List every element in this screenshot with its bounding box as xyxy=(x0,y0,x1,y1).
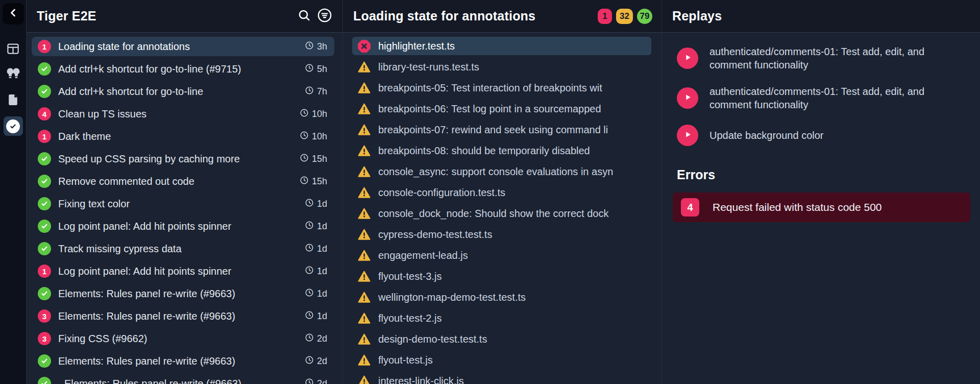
test-run-row[interactable]: 3Elements: Rules panel re-write (#9663)1… xyxy=(32,306,334,326)
pass-icon xyxy=(38,377,51,384)
clock-icon xyxy=(305,221,314,232)
test-run-row[interactable]: Elements: Rules panel re-write (#9663)2d xyxy=(32,351,334,371)
replay-item[interactable]: authenticated/comments-01: Test add, edi… xyxy=(677,85,968,111)
clock-icon xyxy=(305,378,314,384)
file-label: library-test-runs.test.ts xyxy=(378,61,646,73)
play-button[interactable] xyxy=(677,125,698,146)
test-file-row[interactable]: engagement-lead.js xyxy=(352,246,651,265)
test-run-row[interactable]: Add ctrl+k shortcut for go-to-line7h xyxy=(32,82,334,101)
clock-icon xyxy=(300,176,309,187)
result-count-badge: 79 xyxy=(637,9,652,24)
run-label: Elements: Rules panel re-write (#9663) xyxy=(58,355,298,367)
run-time-value: 1d xyxy=(317,266,327,277)
test-run-row[interactable]: Add ctrl+k shortcut for go-to-line (#971… xyxy=(32,59,334,79)
run-time-value: 1d xyxy=(317,311,327,322)
test-file-row[interactable]: cypress-demo-test.test.ts xyxy=(352,225,651,244)
clock-icon xyxy=(305,310,314,322)
play-icon xyxy=(683,93,692,104)
test-run-row[interactable]: 4Clean up TS issues10h xyxy=(32,104,334,124)
run-time: 1d xyxy=(305,243,327,255)
test-file-row[interactable]: highlighter.test.ts xyxy=(352,37,651,55)
clock-icon xyxy=(305,86,314,98)
test-runs-header: Tiger E2E xyxy=(27,0,342,33)
play-icon xyxy=(683,130,692,141)
warning-icon xyxy=(357,375,371,384)
run-label: Add ctrl+k shortcut for go-to-line xyxy=(58,86,298,98)
test-run-row[interactable]: Track missing cypress data1d xyxy=(32,239,334,258)
run-label: Clean up TS issues xyxy=(58,108,292,120)
test-file-row[interactable]: breakpoints-06: Test log point in a sour… xyxy=(352,100,651,118)
test-run-row[interactable]: Elements: Rules panel re-write (#9663)2d xyxy=(32,374,334,384)
test-run-row[interactable]: 1Dark theme10h xyxy=(32,127,334,146)
test-file-row[interactable]: design-demo-test.test.ts xyxy=(352,330,651,348)
replay-label: authenticated/comments-01: Test add, edi… xyxy=(709,85,930,111)
test-files-panel: Loading state for annotations 13279 high… xyxy=(343,0,662,384)
file-label: console_dock_node: Should show the corre… xyxy=(378,208,646,220)
run-time: 2d xyxy=(305,333,327,345)
replays-list: authenticated/comments-01: Test add, edi… xyxy=(662,33,980,146)
collapse-sidebar-button[interactable] xyxy=(3,3,24,25)
rail-item-lightbulbs-icon[interactable] xyxy=(4,65,23,85)
test-file-row[interactable]: interest-link-click.js xyxy=(352,372,651,384)
pass-icon xyxy=(38,85,51,98)
run-time: 2d xyxy=(305,355,327,367)
run-time: 15h xyxy=(300,176,327,187)
run-label: Track missing cypress data xyxy=(58,243,298,255)
test-file-row[interactable]: breakpoints-08: should be temporarily di… xyxy=(352,141,651,160)
warning-icon xyxy=(357,291,371,304)
errors-title: Errors xyxy=(677,167,980,182)
file-label: engagement-lead.js xyxy=(378,250,646,261)
test-file-row[interactable]: flyout-test-3.js xyxy=(352,267,651,285)
search-icon xyxy=(297,8,311,25)
test-file-row[interactable]: console-configuration.test.ts xyxy=(352,183,651,202)
runs-list: 1Loading state for annotations3hAdd ctrl… xyxy=(27,33,342,384)
test-file-row[interactable]: console_async: support console evaluatio… xyxy=(352,162,651,181)
clock-icon xyxy=(305,63,314,75)
test-file-row[interactable]: console_dock_node: Should show the corre… xyxy=(352,204,651,223)
run-time: 1d xyxy=(305,310,327,322)
search-button[interactable] xyxy=(296,8,313,25)
result-count-badges: 13279 xyxy=(598,9,652,24)
rail-item-panels-layout-icon[interactable] xyxy=(4,40,23,59)
run-time: 7h xyxy=(305,86,327,98)
test-run-row[interactable]: Speed up CSS parsing by caching more15h xyxy=(32,149,334,169)
error-count-badge: 4 xyxy=(681,198,699,217)
test-run-row[interactable]: 3Fixing CSS (#9662)2d xyxy=(32,329,334,348)
rail-item-check-circle-icon[interactable] xyxy=(4,116,23,136)
test-run-row[interactable]: Fixing text color1d xyxy=(32,194,334,213)
clock-icon xyxy=(300,108,309,120)
test-run-row[interactable]: 1Log point panel: Add hit points spinner… xyxy=(32,261,334,281)
filter-button[interactable] xyxy=(316,8,333,25)
test-runs-panel: Tiger E2E 1Loading state for annotations… xyxy=(27,0,343,384)
rail-item-document-icon[interactable] xyxy=(4,91,23,110)
test-file-row[interactable]: library-test-runs.test.ts xyxy=(352,58,651,76)
replay-item[interactable]: authenticated/comments-01: Test add, edi… xyxy=(677,45,968,71)
run-time-value: 5h xyxy=(317,64,327,75)
run-time: 1d xyxy=(305,221,327,232)
replay-item[interactable]: Update background color xyxy=(677,125,968,146)
run-label: Elements: Rules panel re-write (#9663) xyxy=(58,310,298,322)
play-button[interactable] xyxy=(677,87,698,109)
error-item[interactable]: 4Request failed with status code 500 xyxy=(673,193,970,222)
test-run-row[interactable]: Log point panel: Add hit points spinner1… xyxy=(32,217,334,236)
pass-icon xyxy=(38,220,51,233)
run-time-value: 1d xyxy=(317,244,327,254)
file-label: flyout-test-3.js xyxy=(378,271,646,282)
errors-list: 4Request failed with status code 500 xyxy=(662,193,980,222)
run-label: Fixing text color xyxy=(58,198,298,210)
play-button[interactable] xyxy=(677,47,698,69)
test-file-row[interactable]: breakpoints-07: rewind and seek using co… xyxy=(352,121,651,139)
clock-icon xyxy=(305,355,314,367)
test-run-row[interactable]: Remove commented out code15h xyxy=(32,172,334,191)
fail-count-badge: 1 xyxy=(38,265,51,278)
test-file-row[interactable]: wellington-map-demo-test.test.ts xyxy=(352,288,651,306)
replay-label: Update background color xyxy=(709,129,823,142)
panels-layout-icon xyxy=(6,42,20,58)
replays-panel: Replays authenticated/comments-01: Test … xyxy=(662,0,980,384)
warning-icon xyxy=(357,61,371,74)
test-file-row[interactable]: flyout-test.js xyxy=(352,351,651,369)
test-run-row[interactable]: Elements: Rules panel re-write (#9663)1d xyxy=(32,284,334,303)
test-file-row[interactable]: breakpoints-05: Test interaction of brea… xyxy=(352,79,651,97)
test-file-row[interactable]: flyout-test-2.js xyxy=(352,309,651,327)
test-run-row[interactable]: 1Loading state for annotations3h xyxy=(32,37,334,56)
